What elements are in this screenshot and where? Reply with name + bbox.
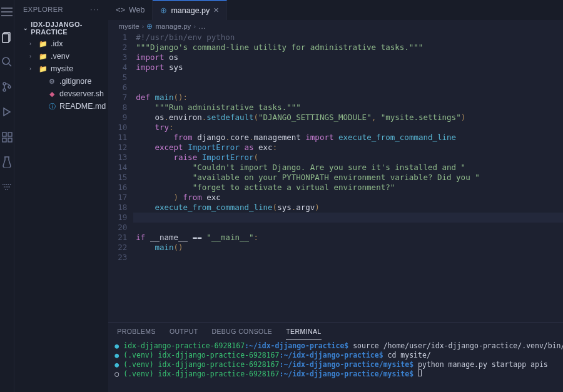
code-line[interactable]: raise ImportError( xyxy=(136,153,563,163)
shell-icon: ◆ xyxy=(48,90,56,98)
tab-bar: <>Web⊕manage.py✕ xyxy=(108,0,563,20)
editor-tab[interactable]: <>Web xyxy=(108,0,153,20)
breadcrumb[interactable]: mysite›⊕manage.py›… xyxy=(108,20,563,33)
more-icon[interactable]: ··· xyxy=(90,6,99,13)
terminal-cursor xyxy=(418,369,422,376)
breadcrumb-segment[interactable]: mysite xyxy=(118,23,139,30)
python-icon: ⊕ xyxy=(146,22,153,31)
terminal-venv: (.venv) xyxy=(123,360,158,369)
tree-item-label: README.md xyxy=(59,102,106,111)
chevron-right-icon: › xyxy=(29,53,36,59)
sidebar-header: EXPLORER ··· xyxy=(14,0,108,19)
code-line[interactable]: "available on your PYTHONPATH environmen… xyxy=(136,173,563,183)
terminal-host: idx-djjango-practice-6928167 xyxy=(158,351,280,359)
tree-item[interactable]: ›📁mysite xyxy=(21,63,106,75)
code-line[interactable] xyxy=(133,213,563,223)
code-editor[interactable]: 1234567891011121314151617181920212223 #!… xyxy=(108,33,563,322)
terminal-line: ● (.venv) idx-djjango-practice-6928167:~… xyxy=(114,360,563,369)
tab-label: manage.py xyxy=(171,6,210,15)
line-gutter: 1234567891011121314151617181920212223 xyxy=(108,33,136,322)
filter-icon[interactable] xyxy=(0,180,14,194)
tree-item[interactable]: ⚙.gitignore xyxy=(21,75,106,88)
terminal-command: source /home/user/idx-djjango-practice/.… xyxy=(353,341,563,350)
explorer-icon[interactable] xyxy=(0,30,14,44)
code-line[interactable]: main() xyxy=(136,243,563,253)
gear-icon: ⚙ xyxy=(48,78,56,86)
code-line[interactable]: try: xyxy=(136,123,563,133)
code-line[interactable]: except ImportError as exc: xyxy=(136,143,563,153)
editor-tab[interactable]: ⊕manage.py✕ xyxy=(153,0,227,20)
prompt-bullet-icon: ● xyxy=(114,360,119,369)
panel-tab[interactable]: OUTPUT xyxy=(170,324,198,339)
code-line[interactable]: if __name__ == "__main__": xyxy=(136,233,563,243)
panel-tab[interactable]: PROBLEMS xyxy=(117,324,156,339)
terminal-host: idx-djjango-practice-6928167 xyxy=(123,341,245,350)
info-icon: ⓘ xyxy=(48,102,56,111)
code-line[interactable] xyxy=(136,73,563,83)
close-icon[interactable]: ✕ xyxy=(213,6,219,14)
code-line[interactable]: execute_from_command_line(sys.argv) xyxy=(136,203,563,213)
code-line[interactable]: from django.core.management import execu… xyxy=(136,133,563,143)
prompt-bullet-icon: ○ xyxy=(114,369,119,378)
code-line[interactable]: "Couldn't import Django. Are you sure it… xyxy=(136,163,563,173)
terminal-line: ● idx-djjango-practice-6928167:~/idx-djj… xyxy=(114,341,563,351)
terminal-path: :~/idx-djjango-practice/mysite$ xyxy=(279,360,413,369)
breadcrumb-segment[interactable]: … xyxy=(198,23,206,30)
code-line[interactable]: def main(): xyxy=(136,93,563,103)
terminal-host: idx-djjango-practice-6928167 xyxy=(158,360,280,369)
python-icon: ⊕ xyxy=(160,6,167,15)
code-line[interactable]: """Django's command-line utility for adm… xyxy=(136,43,563,53)
code-line[interactable] xyxy=(136,83,563,93)
chevron-right-icon: › xyxy=(142,23,145,30)
activity-bar xyxy=(0,0,14,392)
terminal[interactable]: ● idx-djjango-practice-6928167:~/idx-djj… xyxy=(108,340,563,392)
terminal-host: idx-djjango-practice-6928167 xyxy=(158,369,280,378)
breadcrumb-segment[interactable]: manage.py xyxy=(155,23,191,30)
code-content[interactable]: #!/usr/bin/env python"""Django's command… xyxy=(136,33,563,322)
workspace-header[interactable]: ⌄ IDX-DJJANGO-PRACTICE xyxy=(14,19,108,38)
search-icon[interactable] xyxy=(0,55,14,69)
bottom-panel: PROBLEMSOUTPUTDEBUG CONSOLETERMINAL ● id… xyxy=(108,322,563,392)
extensions-icon[interactable] xyxy=(0,130,14,144)
terminal-venv: (.venv) xyxy=(123,351,158,359)
svg-rect-13 xyxy=(8,138,12,142)
tab-label: Web xyxy=(129,6,145,14)
code-line[interactable]: ) from exc xyxy=(136,193,563,203)
tree-item[interactable]: ⓘREADME.md xyxy=(21,100,106,113)
terminal-line: ● (.venv) idx-djjango-practice-6928167:~… xyxy=(114,351,563,360)
code-line[interactable]: """Run administrative tasks.""" xyxy=(136,103,563,113)
chevron-right-icon: › xyxy=(193,23,196,30)
chevron-right-icon: › xyxy=(29,41,36,47)
code-line[interactable] xyxy=(136,253,563,263)
svg-line-6 xyxy=(9,64,11,66)
panel-tab[interactable]: DEBUG CONSOLE xyxy=(211,324,272,339)
chevron-right-icon: › xyxy=(29,66,36,72)
code-line[interactable] xyxy=(136,223,563,233)
editor-area: <>Web⊕manage.py✕ mysite›⊕manage.py›… 123… xyxy=(108,0,563,392)
code-line[interactable]: import os xyxy=(136,53,563,63)
tree-item[interactable]: ◆devserver.sh xyxy=(21,88,106,100)
code-line[interactable]: import sys xyxy=(136,63,563,73)
prompt-bullet-icon: ● xyxy=(114,341,119,350)
panel-tabs: PROBLEMSOUTPUTDEBUG CONSOLETERMINAL xyxy=(108,323,563,340)
code-icon: <> xyxy=(116,6,125,14)
code-line[interactable]: os.environ.setdefault("DJANGO_SETTINGS_M… xyxy=(136,113,563,123)
testing-icon[interactable] xyxy=(0,155,14,169)
code-line[interactable]: "forget to activate a virtual environmen… xyxy=(136,183,563,193)
sidebar-title: EXPLORER xyxy=(23,6,63,13)
panel-tab[interactable]: TERMINAL xyxy=(286,324,321,339)
svg-marker-10 xyxy=(4,108,10,116)
terminal-path: :~/idx-djjango-practice$ xyxy=(245,341,348,350)
tree-item[interactable]: ›📁.venv xyxy=(21,50,106,63)
terminal-command: python manage.py startapp apis xyxy=(418,360,548,369)
run-debug-icon[interactable] xyxy=(0,105,14,119)
explorer-sidebar: EXPLORER ··· ⌄ IDX-DJJANGO-PRACTICE ›📁.i… xyxy=(14,0,108,392)
code-line[interactable]: #!/usr/bin/env python xyxy=(136,33,563,43)
tree-item-label: .idx xyxy=(51,39,63,48)
svg-point-8 xyxy=(3,89,6,91)
source-control-icon[interactable] xyxy=(0,80,14,94)
tree-item-label: mysite xyxy=(51,64,73,73)
tree-item[interactable]: ›📁.idx xyxy=(21,38,106,50)
menu-icon[interactable] xyxy=(0,5,14,19)
terminal-path: :~/idx-djjango-practice/mysite$ xyxy=(279,369,413,378)
